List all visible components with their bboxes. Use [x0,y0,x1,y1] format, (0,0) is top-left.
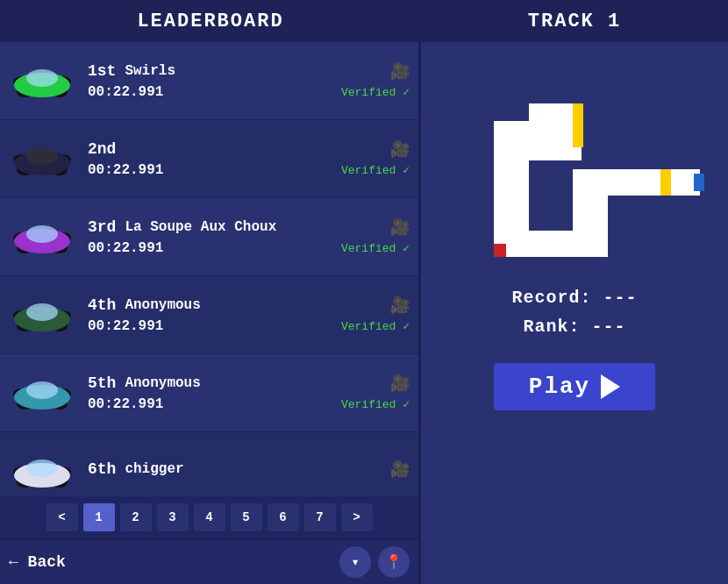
svg-point-35 [26,459,58,477]
page-button-5[interactable]: 5 [231,503,262,531]
track-svg [446,60,704,270]
header: Leaderboard Track 1 [0,0,728,42]
svg-point-5 [26,69,58,87]
car-image [9,137,79,181]
verified-badge: Verified ✓ [341,163,410,177]
entry-info: 5thAnonymous🎥00:22.991Verified ✓ [88,374,410,412]
svg-rect-44 [660,169,671,196]
page-button-2[interactable]: 2 [120,503,152,531]
svg-rect-46 [694,174,704,191]
entry-time: 00:22.991 [88,318,163,334]
entry-rank: 2nd [88,140,116,158]
main-content: 1stSwirls🎥00:22.991Verified ✓2nd🎥00:22.9… [0,42,728,584]
entry-time: 00:22.991 [88,396,163,412]
camera-icon[interactable]: 🎥 [390,296,410,315]
pin-button[interactable]: 📍 [378,546,410,578]
svg-rect-37 [494,121,582,160]
verified-badge: Verified ✓ [341,319,410,333]
back-label: ← Back [9,553,66,571]
leaderboard-title: Leaderboard [137,11,283,32]
entry-name: Anonymous [125,297,390,313]
chevron-down-icon: ▾ [351,553,360,571]
leaderboard-entry: 2nd🎥00:22.991Verified ✓ [0,120,418,198]
entry-rank: 4th [88,296,116,314]
entry-name: Anonymous [125,375,390,391]
car-image [9,449,79,493]
entry-name: La Soupe Aux Choux [125,219,390,235]
svg-point-29 [26,381,58,399]
pagination: < 1234567> [0,496,418,538]
entry-rank: 6th [88,460,116,478]
entry-name: chigger [125,461,390,477]
car-image [9,59,79,103]
track-title: Track 1 [528,11,621,32]
entry-info: 3rdLa Soupe Aux Choux🎥00:22.991Verified … [88,217,410,256]
svg-point-23 [26,303,58,321]
entry-rank: 1st [88,62,116,80]
svg-rect-43 [573,103,583,147]
camera-icon[interactable]: 🎥 [390,217,410,237]
entry-name: Swirls [125,63,390,79]
entry-info: 4thAnonymous🎥00:22.991Verified ✓ [88,296,410,334]
right-panel: Record: --- Rank: --- Play [421,42,728,584]
record-stat: Record: --- [511,288,637,308]
header-left: Leaderboard [0,11,421,32]
entry-time: 00:22.991 [88,240,163,256]
leaderboard-entry: 3rdLa Soupe Aux Choux🎥00:22.991Verified … [0,198,418,276]
car-image [9,371,79,415]
entry-rank: 5th [88,374,116,392]
svg-point-11 [26,147,58,165]
verified-badge: Verified ✓ [341,85,410,99]
pin-icon: 📍 [385,553,403,571]
stats-area: Record: --- Rank: --- [511,288,637,345]
prev-page-button[interactable]: < [46,503,78,531]
camera-icon[interactable]: 🎥 [390,374,410,393]
chevron-down-button[interactable]: ▾ [339,546,371,578]
camera-icon[interactable]: 🎥 [390,459,410,479]
entry-time: 00:22.991 [88,162,163,178]
rank-stat: Rank: --- [511,317,637,337]
svg-rect-45 [494,244,506,257]
left-panel: 1stSwirls🎥00:22.991Verified ✓2nd🎥00:22.9… [0,42,421,584]
leaderboard-list: 1stSwirls🎥00:22.991Verified ✓2nd🎥00:22.9… [0,42,418,496]
camera-icon[interactable]: 🎥 [390,61,410,81]
play-icon [601,374,620,399]
verified-badge: Verified ✓ [341,397,410,411]
verified-badge: Verified ✓ [341,241,410,255]
track-map [446,60,704,270]
svg-rect-42 [494,160,529,257]
next-page-button[interactable]: > [341,503,373,531]
entry-info: 1stSwirls🎥00:22.991Verified ✓ [88,61,410,100]
header-right: Track 1 [421,11,728,32]
leaderboard-entry: 1stSwirls🎥00:22.991Verified ✓ [0,42,418,120]
leaderboard-entry: 6thchigger🎥 [0,432,418,496]
page-button-7[interactable]: 7 [304,503,336,531]
leaderboard-entry: 4thAnonymous🎥00:22.991Verified ✓ [0,276,418,354]
entry-info: 2nd🎥00:22.991Verified ✓ [88,139,410,178]
svg-rect-40 [573,169,608,239]
entry-info: 6thchigger🎥 [88,459,410,482]
car-image [9,293,79,337]
leaderboard-entry: 5thAnonymous🎥00:22.991Verified ✓ [0,354,418,432]
page-button-3[interactable]: 3 [157,503,189,531]
car-image [9,215,79,259]
svg-point-17 [26,225,58,243]
entry-rank: 3rd [88,218,116,236]
page-button-1[interactable]: 1 [83,503,115,531]
page-button-6[interactable]: 6 [268,503,299,531]
bottom-bar: ← Back ▾ 📍 [0,538,418,584]
entry-time: 00:22.991 [88,84,163,100]
play-button[interactable]: Play [494,363,655,410]
camera-icon[interactable]: 🎥 [390,139,410,159]
page-button-4[interactable]: 4 [194,503,225,531]
back-button[interactable]: ← Back [9,553,332,571]
play-label: Play [529,374,590,400]
